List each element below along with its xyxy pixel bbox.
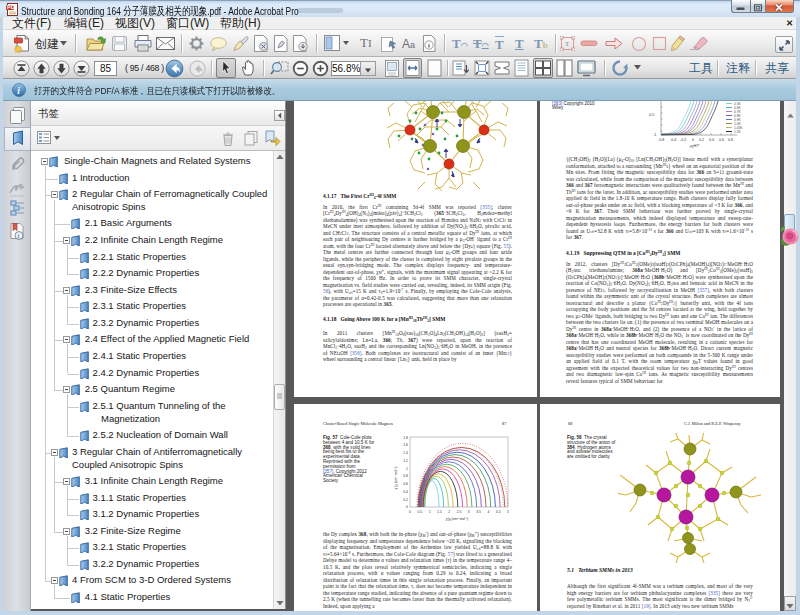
svg-text:2.5: 2.5 — [457, 510, 462, 514]
svg-text:4: 4 — [487, 510, 489, 514]
svg-text:1.1K: 1.1K — [734, 130, 741, 134]
svg-text:0.6: 0.6 — [719, 138, 724, 142]
svg-text:0.5: 0.5 — [417, 510, 422, 514]
svg-text:1.4: 1.4 — [403, 451, 408, 455]
svg-text:1: 1 — [406, 467, 408, 471]
svg-text:0.2: 0.2 — [403, 498, 408, 502]
svg-text:3.5: 3.5 — [476, 510, 481, 514]
svg-text:i: i — [17, 86, 20, 96]
svg-text:-1: -1 — [653, 133, 656, 137]
svg-text:0.4: 0.4 — [709, 138, 714, 142]
svg-text:-0.8: -0.8 — [658, 138, 664, 142]
svg-text:0: 0 — [406, 505, 408, 509]
svg-text:0.8: 0.8 — [403, 474, 408, 478]
svg-text:2: 2 — [448, 510, 450, 514]
svg-text:0: 0 — [692, 138, 694, 142]
svg-text:PD: PD — [7, 4, 15, 10]
svg-text:0.2: 0.2 — [699, 138, 704, 142]
svg-text:μ0H/T: μ0H/T — [689, 144, 700, 149]
svg-text:0.6: 0.6 — [403, 482, 408, 486]
svg-text:χ′M (cm3 mol-1): χ′M (cm3 mol-1) — [445, 517, 468, 522]
svg-text:T: T — [565, 40, 570, 48]
svg-text:χ″M (cm3 mol-1): χ″M (cm3 mol-1) — [394, 467, 399, 490]
svg-text:-0.2: -0.2 — [680, 138, 686, 142]
svg-text:1.5: 1.5 — [437, 510, 442, 514]
svg-text:1.8: 1.8 — [403, 436, 408, 440]
svg-text:4.5: 4.5 — [496, 510, 501, 514]
svg-text:5: 5 — [507, 510, 509, 514]
svg-text:0.8: 0.8 — [728, 138, 733, 142]
svg-text:1.6: 1.6 — [403, 443, 408, 447]
svg-text:0: 0 — [409, 510, 411, 514]
svg-text:3: 3 — [468, 510, 470, 514]
svg-text:-0.5: -0.5 — [648, 113, 654, 117]
svg-text:i: i — [18, 232, 20, 239]
svg-text:1: 1 — [429, 510, 431, 514]
svg-text:1.2: 1.2 — [403, 459, 408, 463]
svg-text:-0.4: -0.4 — [670, 138, 676, 142]
svg-text:0.4: 0.4 — [403, 490, 408, 494]
